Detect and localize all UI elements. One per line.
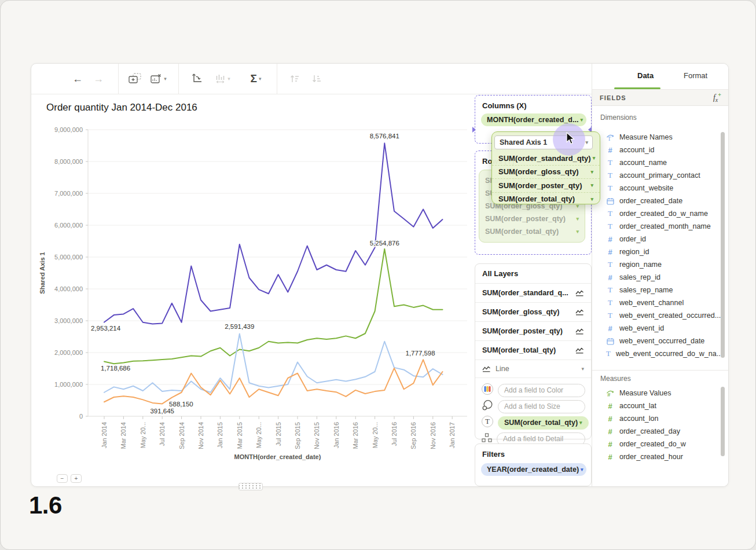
drag-card-item[interactable]: SUM(order_poster_qty)▾ (492, 179, 600, 193)
distribution-button[interactable]: ▾ (210, 64, 236, 94)
text-icon: T (481, 415, 494, 430)
series-line-SUM(order_total_qty)[interactable] (104, 143, 443, 324)
tab-format[interactable]: Format (684, 71, 707, 80)
chevron-down-icon: ▾ (585, 140, 588, 145)
data-label: 391,645 (150, 408, 174, 415)
number-icon: # (606, 453, 614, 461)
svg-text:Mar 2016: Mar 2016 (352, 422, 359, 449)
drag-card-item[interactable]: SUM(order_gloss_qty)▾ (492, 166, 600, 179)
measure-field-item[interactable]: #account_lat (592, 399, 722, 412)
dimension-field-item[interactable]: Tsales_rep_name (592, 284, 722, 296)
data-drawer-handle[interactable] (238, 483, 263, 490)
measure-field-item[interactable]: #account_lon (592, 412, 722, 425)
drag-card-item[interactable]: SUM(order_standard_qty)▾ (492, 152, 600, 166)
drag-card-item[interactable]: SUM(order_total_qty)▾ (492, 193, 600, 206)
dimension-field-item[interactable]: #region_id (592, 245, 722, 258)
dimension-field-item[interactable]: Tregion_name (592, 258, 722, 271)
rows-shelf-item[interactable]: SUM(order_poster_qty)▾ (479, 212, 585, 225)
add-calculated-field-icon[interactable]: fx+ (713, 91, 721, 103)
chart-canvas[interactable]: 01,000,0002,000,0003,000,0004,000,0005,0… (31, 94, 471, 486)
dimension-field-item[interactable]: #sales_rep_id (592, 271, 722, 284)
drag-item-label: SUM(order_gloss_qty) (498, 167, 579, 176)
dimension-field-item[interactable]: #web_event_id (592, 322, 722, 335)
svg-text:Jan 2016: Jan 2016 (333, 422, 340, 448)
zoom-in-button[interactable]: + (71, 474, 82, 483)
layer-row[interactable]: SUM(order_poster_qty) (475, 322, 591, 341)
field-label: web_event_channel (619, 299, 684, 307)
fields-panel: Data Format FIELDS fx+ Dimensions TMeasu… (592, 64, 729, 486)
measure-field-item[interactable]: #order_created_hour (592, 450, 722, 463)
remove-axis-button[interactable]: ▾ (146, 64, 171, 94)
chevron-down-icon: ▾ (227, 76, 230, 82)
text-icon: T (606, 209, 614, 218)
filter-pill-year[interactable]: YEAR(order_created_date) ▾ (481, 463, 586, 476)
dimension-field-item[interactable]: Tweb_event_occurred_do_w_na... (592, 347, 722, 360)
layer-label: SUM(order_standard_q... (482, 289, 568, 297)
sort-descending-button[interactable] (307, 64, 326, 94)
explorer-card: ← → ▾ (31, 63, 729, 487)
tab-data[interactable]: Data (637, 71, 654, 80)
number-icon: # (606, 273, 614, 282)
series-line-SUM(order_standard_qty)[interactable] (104, 249, 443, 364)
svg-text:MONTH(order_created_date): MONTH(order_created_date) (234, 453, 321, 460)
measure-field-item[interactable]: #Measure Values (592, 387, 722, 399)
dimension-field-item[interactable]: Tweb_event_created_occurred... (592, 309, 722, 322)
svg-text:9,000,000: 9,000,000 (54, 126, 83, 133)
field-label: order_created_date (619, 197, 682, 205)
dimension-field-item[interactable]: Taccount_website (592, 182, 722, 195)
layer-row[interactable]: SUM(order_total_qty) (475, 341, 591, 360)
swap-axes-button[interactable] (186, 64, 206, 94)
dimension-field-item[interactable]: Taccount_primary_contact (592, 169, 722, 182)
dimension-field-item[interactable]: web_event_occurred_date (592, 335, 722, 347)
svg-text:Jan 2014: Jan 2014 (101, 422, 108, 448)
add-view-button[interactable] (125, 64, 145, 94)
dimension-field-item[interactable]: order_created_date (592, 195, 722, 207)
dimension-field-item[interactable]: Taccount_name (592, 156, 722, 169)
measures-scrollbar[interactable] (721, 387, 725, 456)
dimension-field-item[interactable]: Torder_created_do_w_name (592, 207, 722, 220)
number-icon: # (606, 440, 614, 449)
field-label: Measure Values (619, 389, 671, 397)
dimension-field-item[interactable]: Tweb_event_channel (592, 296, 722, 309)
zoom-out-button[interactable]: − (57, 474, 68, 483)
svg-text:T: T (608, 136, 611, 141)
encoding-pill-label: Add a field to Size (504, 402, 560, 410)
svg-text:1,000,000: 1,000,000 (54, 381, 83, 388)
rows-shelf-item[interactable]: SUM(order_total_qty)▾ (479, 225, 585, 238)
dimension-field-item[interactable]: #account_id (592, 144, 722, 156)
measure-field-item[interactable]: #order_created_day (592, 425, 722, 438)
encoding-pill-filled[interactable]: SUM(order_total_qty)▾ (498, 416, 589, 430)
layer-row[interactable]: SUM(order_gloss_qty) (475, 303, 591, 322)
chevron-down-icon: ▾ (580, 117, 583, 123)
data-label: 588,150 (169, 401, 193, 408)
encoding-pill-label: Add a field to Color (504, 386, 563, 394)
measure-field-item[interactable]: #order_created_do_w (592, 438, 722, 450)
number-icon: # (606, 235, 614, 244)
dimension-field-item[interactable]: TMeasure Names (592, 131, 722, 144)
dimension-field-item[interactable]: #order_id (592, 233, 722, 245)
layer-row[interactable]: SUM(order_standard_q... (475, 284, 591, 303)
number-icon: # (606, 415, 614, 423)
number-icon: # (606, 248, 614, 256)
columns-pill-label: MONTH(order_created_d... (487, 116, 578, 124)
number-icon: # (606, 427, 614, 436)
encoding-pill-empty[interactable]: Add a field to Size (498, 400, 585, 413)
dimension-field-item[interactable]: Torder_created_month_name (592, 220, 722, 233)
svg-text:Sep 2015: Sep 2015 (294, 422, 301, 449)
line-mark-icon (575, 309, 584, 316)
series-line-SUM(order_poster_qty)[interactable] (104, 360, 443, 404)
field-label: web_event_occurred_do_w_na... (616, 350, 722, 358)
back-button[interactable]: ← (68, 64, 87, 94)
mark-type-dropdown[interactable]: Line ▾ (475, 360, 591, 378)
sort-ascending-button[interactable] (285, 64, 304, 94)
text-icon: T (606, 311, 614, 320)
text-icon: T (606, 171, 614, 180)
dimensions-scrollbar[interactable] (721, 132, 725, 358)
version-label: 1.6 (29, 492, 62, 519)
toolbar-divider (118, 64, 119, 94)
forward-button[interactable]: → (89, 64, 108, 94)
svg-text:T: T (485, 417, 490, 426)
aggregate-button[interactable]: Σ ▾ (242, 64, 270, 94)
layer-label: SUM(order_total_qty) (482, 346, 556, 354)
encoding-pill-empty[interactable]: Add a field to Color (498, 384, 585, 397)
